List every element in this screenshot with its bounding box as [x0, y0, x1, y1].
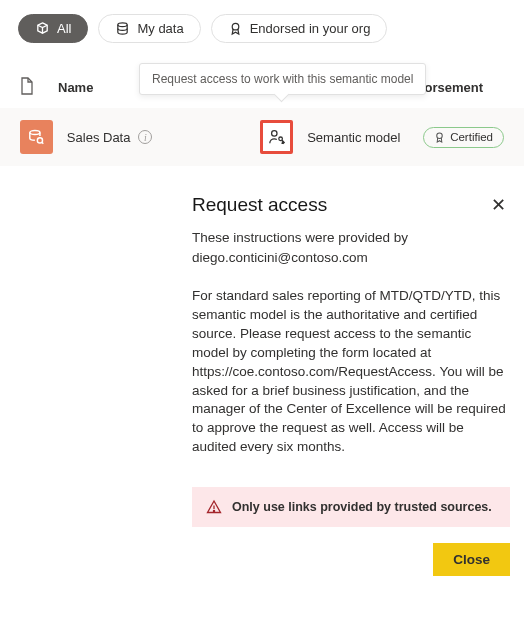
info-icon[interactable]: i: [138, 130, 152, 144]
filter-endorsed-label: Endorsed in your org: [250, 21, 371, 36]
filter-all[interactable]: All: [18, 14, 88, 43]
row-type: Semantic model: [307, 130, 423, 145]
warning-text: Only use links provided by trusted sourc…: [232, 500, 492, 514]
svg-point-1: [232, 23, 239, 30]
filter-all-label: All: [57, 21, 71, 36]
dialog-header: Request access ✕: [192, 192, 510, 218]
filter-my-data[interactable]: My data: [98, 14, 200, 43]
column-icon-header: [20, 77, 50, 98]
dialog-title: Request access: [192, 194, 327, 216]
tooltip-text: Request access to work with this semanti…: [152, 72, 413, 86]
certified-badge: Certified: [423, 127, 504, 148]
close-button[interactable]: Close: [433, 543, 510, 576]
dialog-description: For standard sales reporting of MTD/QTD/…: [192, 287, 510, 457]
certified-badge-label: Certified: [450, 131, 493, 143]
svg-point-0: [118, 23, 127, 27]
svg-point-2: [30, 130, 40, 134]
database-icon: [115, 21, 130, 36]
certified-ribbon-icon: [434, 131, 445, 144]
request-access-tooltip: Request access to work with this semanti…: [139, 63, 426, 95]
request-access-dialog: Request access ✕ These instructions were…: [192, 192, 510, 576]
dataset-icon: [20, 120, 53, 154]
row-name-text: Sales Data: [67, 130, 131, 145]
document-icon: [20, 77, 34, 95]
cube-icon: [35, 21, 50, 36]
filter-endorsed[interactable]: Endorsed in your org: [211, 14, 388, 43]
request-access-button[interactable]: [260, 120, 293, 154]
svg-point-7: [213, 511, 214, 512]
ribbon-icon: [228, 21, 243, 36]
filter-bar: All My data Endorsed in your org: [0, 0, 524, 53]
row-name: Sales Data i: [67, 130, 260, 145]
svg-point-5: [278, 137, 282, 141]
warning-icon: [206, 499, 222, 515]
warning-bar: Only use links provided by trusted sourc…: [192, 487, 510, 527]
table-row[interactable]: Sales Data i Semantic model Certified: [0, 108, 524, 166]
person-key-icon: [268, 128, 286, 146]
filter-my-data-label: My data: [137, 21, 183, 36]
svg-point-4: [271, 131, 276, 136]
row-endorsement: Certified: [423, 127, 504, 148]
dialog-actions: Close: [192, 543, 510, 576]
close-icon[interactable]: ✕: [487, 192, 510, 218]
dialog-provided-by: These instructions were provided by dieg…: [192, 228, 510, 267]
svg-point-6: [437, 132, 443, 138]
